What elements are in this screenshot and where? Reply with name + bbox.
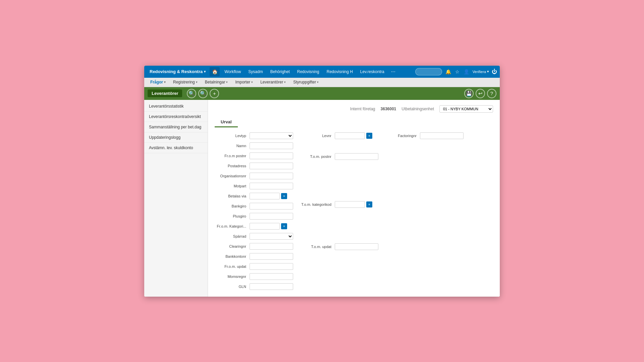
row-momsregnr: Momsregnr — [215, 273, 293, 280]
tom-kategorikod-input[interactable] — [335, 201, 365, 208]
urval-tab[interactable]: Urval — [215, 117, 238, 127]
utbetalningsenhet-select[interactable]: 01 - NYBY KOMMUN — [439, 105, 493, 113]
back-icon[interactable]: ↩ — [476, 89, 485, 98]
plusgiro-input[interactable] — [250, 213, 293, 220]
sidebar-item-avstamn[interactable]: Avstämn. lev. skuldkonto — [144, 143, 208, 153]
help-icon[interactable]: ? — [487, 89, 496, 98]
motpart-input[interactable] — [250, 183, 293, 189]
from-updat-label: Fr.o.m. updat — [215, 264, 248, 268]
info-bar: Internt företag 3636001 Utbetalningsenhe… — [215, 105, 493, 113]
sidebar-item-reskontraovarsikt[interactable]: Leverantörsreskontraöversikt — [144, 112, 208, 122]
add-button[interactable]: + — [210, 89, 219, 98]
tom-kategorikod-label: T.o.m. kategorikod — [300, 202, 333, 206]
sparrad-label: Spärrad — [215, 234, 248, 238]
action-bar-right: 💾 ↩ ? — [464, 89, 496, 98]
home-button[interactable]: 🏠 — [210, 67, 220, 76]
sidebar-item-uppdateringslogg[interactable]: Uppdateringslogg — [144, 132, 208, 143]
row-from-updat: Fr.o.m. updat — [215, 263, 293, 270]
clearingnr-input[interactable] — [250, 243, 293, 250]
nav-redovisning-h[interactable]: Redovisning H — [323, 68, 356, 75]
row-tom-kategorikod: T.o.m. kategorikod ≡ — [300, 201, 378, 208]
levnr-label: Levnr — [300, 134, 333, 138]
tom-postnr-label: T.o.m. postnr — [300, 155, 333, 159]
internt-foretag-label: Internt företag — [350, 107, 375, 111]
nav-sysadm[interactable]: Sysadm — [245, 68, 266, 75]
nav-leverantorer[interactable]: Leverantörer ▾ — [257, 78, 289, 86]
user-icon[interactable]: 👤 — [463, 68, 470, 75]
form-area: Internt företag 3636001 Utbetalningsenhe… — [208, 100, 500, 297]
save-icon[interactable]: 💾 — [464, 89, 474, 98]
nav-importer[interactable]: Importer ▾ — [232, 78, 256, 86]
levnr-list-btn[interactable]: ≡ — [366, 133, 372, 139]
spacer-1 — [300, 142, 378, 151]
bankgiro-label: Bankgiro — [215, 204, 248, 208]
row-tom-postnr: T.o.m. postnr — [300, 153, 378, 160]
importer-chevron: ▾ — [251, 80, 253, 84]
nav-redovisning[interactable]: Redovisning — [294, 68, 323, 75]
power-button[interactable]: ⏻ — [492, 69, 497, 75]
nav-styruppgifter-label: Styruppgifter — [293, 80, 316, 84]
star-icon[interactable]: ☆ — [454, 68, 460, 75]
from-kategori-label: Fr.o.m. Kategori... — [215, 224, 248, 228]
verifiera-button[interactable]: Verifiera ▾ — [473, 69, 489, 74]
nav-behorighet[interactable]: Behörighet — [267, 68, 293, 75]
levnr-input[interactable] — [335, 132, 365, 139]
nav-fragor[interactable]: Frågor ▾ — [147, 78, 169, 86]
nav-more[interactable]: ··· — [388, 67, 398, 76]
levtyp-select[interactable] — [250, 132, 293, 139]
tom-postnr-input[interactable] — [335, 153, 378, 160]
tom-updat-input[interactable] — [335, 243, 378, 250]
action-bar-left: Leverantörer 🔍 🔍 + — [148, 89, 219, 98]
row-namn: Namn — [215, 142, 293, 149]
betalningar-chevron: ▾ — [226, 80, 228, 84]
namn-input[interactable] — [250, 142, 293, 149]
sidebar-item-sammanstallning[interactable]: Sammanställning per bet.dag — [144, 122, 208, 132]
leverantorer-chevron: ▾ — [284, 80, 286, 84]
factoringnr-input[interactable] — [420, 132, 464, 139]
clearingnr-label: Clearingnr — [215, 244, 248, 248]
gln-label: GLN — [215, 285, 248, 289]
verifiera-label: Verifiera — [473, 70, 486, 74]
from-kategori-list-btn[interactable]: ≡ — [281, 223, 287, 229]
search-button[interactable]: 🔍 — [187, 89, 196, 98]
motpart-label: Motpart — [215, 184, 248, 188]
row-sparrad: Spärrad — [215, 233, 293, 240]
nav-styruppgifter[interactable]: Styruppgifter ▾ — [290, 78, 322, 86]
organisationsnr-label: Organisationsnr — [215, 174, 248, 178]
notification-icon[interactable]: 🔔 — [445, 68, 452, 75]
search-input[interactable] — [415, 68, 442, 75]
momsregnr-input[interactable] — [250, 273, 293, 280]
nav-betalningar-label: Betalningar — [205, 80, 225, 84]
form-col-3: Factoringnr — [385, 132, 464, 291]
row-betalas-via: Betalas via ≡ — [215, 192, 293, 200]
spacer-5 — [300, 232, 378, 241]
row-postadress: Postadress — [215, 162, 293, 170]
bankgiro-input[interactable] — [250, 203, 293, 209]
sidebar-item-leverantorsstatistik[interactable]: Leverantörsstatistik — [144, 101, 208, 112]
from-kategori-input[interactable] — [250, 223, 280, 230]
postadress-label: Postadress — [215, 164, 248, 168]
betalas-via-input[interactable] — [250, 193, 280, 199]
betalas-via-list-btn[interactable]: ≡ — [281, 193, 287, 199]
row-bankkontonr: Bankkontonr — [215, 253, 293, 260]
nav-betalningar[interactable]: Betalningar ▾ — [202, 78, 231, 86]
postadress-input[interactable] — [250, 163, 293, 169]
search-go-button[interactable]: 🔍 — [198, 89, 208, 98]
from-updat-input[interactable] — [250, 263, 293, 270]
nav-registrering[interactable]: Registrering ▾ — [170, 78, 201, 86]
bankkontonr-input[interactable] — [250, 253, 293, 260]
sparrad-select[interactable] — [250, 233, 293, 240]
organisationsnr-input[interactable] — [250, 173, 293, 179]
nav-workflow[interactable]: Workflow — [221, 68, 244, 75]
nav-lev-reskontra[interactable]: Lev.reskontra — [357, 68, 388, 75]
app-title[interactable]: Redovisning & Reskontra ▾ — [147, 69, 208, 74]
utbetalningsenhet-label: Utbetalningsenhet — [401, 107, 434, 111]
spacer-3 — [300, 211, 378, 220]
namn-label: Namn — [215, 144, 248, 148]
spacer-2 — [300, 163, 378, 199]
internt-foretag-value: 3636001 — [381, 107, 396, 111]
registrering-chevron: ▾ — [196, 80, 198, 84]
gln-input[interactable] — [250, 283, 293, 290]
tom-kategorikod-list-btn[interactable]: ≡ — [366, 201, 372, 207]
from-postnr-input[interactable] — [250, 153, 293, 159]
